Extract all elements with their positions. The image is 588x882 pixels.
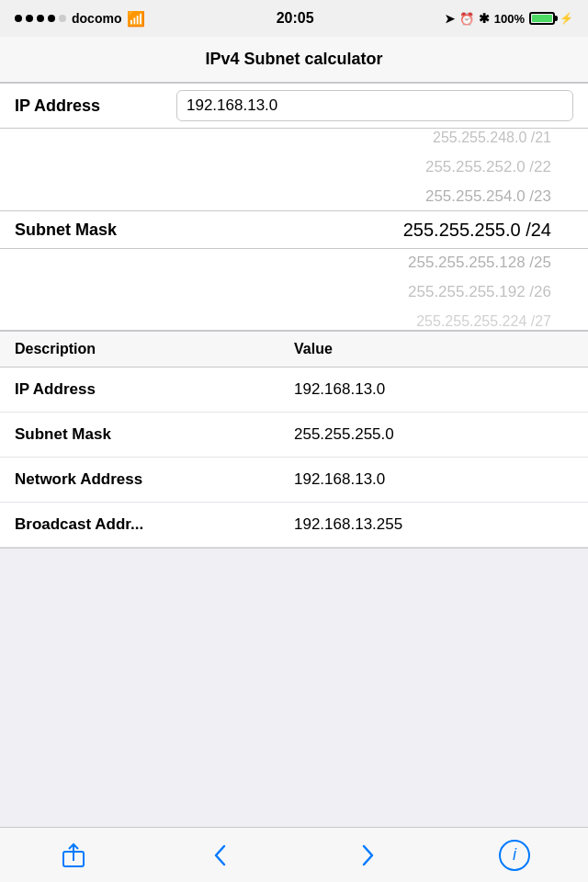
wifi-icon: 📶 [127,10,145,28]
subnet-item-25[interactable]: 255.255.255.128 /25 [294,248,588,277]
bluetooth-icon: ✱ [479,11,490,26]
chevron-left-icon [208,842,233,868]
row-ip-desc: IP Address [15,380,294,399]
table-row: Subnet Mask 255.255.255.0 [0,413,588,458]
bottom-toolbar: i [0,827,588,882]
results-table: Description Value IP Address 192.168.13.… [0,331,588,548]
forward-button[interactable] [345,835,390,876]
table-row: IP Address 192.168.13.0 [0,368,588,413]
ip-address-input[interactable] [176,90,573,121]
results-table-header: Description Value [0,332,588,368]
back-button[interactable] [198,835,243,876]
ip-address-row: IP Address [0,83,588,129]
row-broadcast-val: 192.168.13.255 [294,515,573,534]
subnet-picker-wrapper: Subnet Mask 255.255.248.0 /21 255.255.25… [0,129,588,331]
nav-bar: IPv4 Subnet calculator [0,37,588,83]
nav-title: IPv4 Subnet calculator [205,50,382,69]
subnet-item-27[interactable]: 255.255.255.224 /27 [294,307,588,331]
table-row-partial: Broadcast Addr... 192.168.13.255 [0,503,588,548]
row-subnet-val: 255.255.255.0 [294,425,573,444]
subnet-item-21[interactable]: 255.255.248.0 /21 [294,129,588,153]
ip-address-label: IP Address [15,96,162,116]
status-left: docomo 📶 [15,10,145,28]
subnet-item-24-selected[interactable]: 255.255.255.0 /24 [294,211,588,248]
subnet-item-22[interactable]: 255.255.252.0 /22 [294,153,588,182]
alarm-icon: ⏰ [459,12,474,26]
row-broadcast-desc: Broadcast Addr... [15,515,294,534]
row-network-val: 192.168.13.0 [294,470,573,489]
status-time: 20:05 [277,10,314,27]
info-icon: i [499,840,530,871]
info-button[interactable]: i [492,835,537,876]
subnet-item-23[interactable]: 255.255.254.0 /23 [294,182,588,211]
col-description-header: Description [15,341,294,357]
battery-pct-label: 100% [494,12,525,26]
row-subnet-desc: Subnet Mask [15,425,294,444]
row-ip-val: 192.168.13.0 [294,380,573,399]
table-row: Network Address 192.168.13.0 [0,458,588,503]
subnet-mask-label: Subnet Mask [15,220,117,240]
chevron-right-icon [355,842,380,868]
share-icon [61,842,86,868]
subnet-picker[interactable]: Subnet Mask 255.255.248.0 /21 255.255.25… [0,129,588,331]
status-bar: docomo 📶 20:05 ➤ ⏰ ✱ 100% ⚡ [0,0,588,37]
battery-indicator [529,12,555,25]
location-icon: ➤ [445,12,455,26]
signal-dots [15,15,66,22]
share-button[interactable] [51,835,96,876]
subnet-scroll-area[interactable]: 255.255.248.0 /21 255.255.252.0 /22 255.… [294,129,588,331]
subnet-item-26[interactable]: 255.255.255.192 /26 [294,277,588,307]
charging-icon: ⚡ [560,12,573,25]
col-value-header: Value [294,341,573,357]
carrier-label: docomo [72,11,121,26]
status-right: ➤ ⏰ ✱ 100% ⚡ [445,11,573,26]
row-network-desc: Network Address [15,470,294,489]
